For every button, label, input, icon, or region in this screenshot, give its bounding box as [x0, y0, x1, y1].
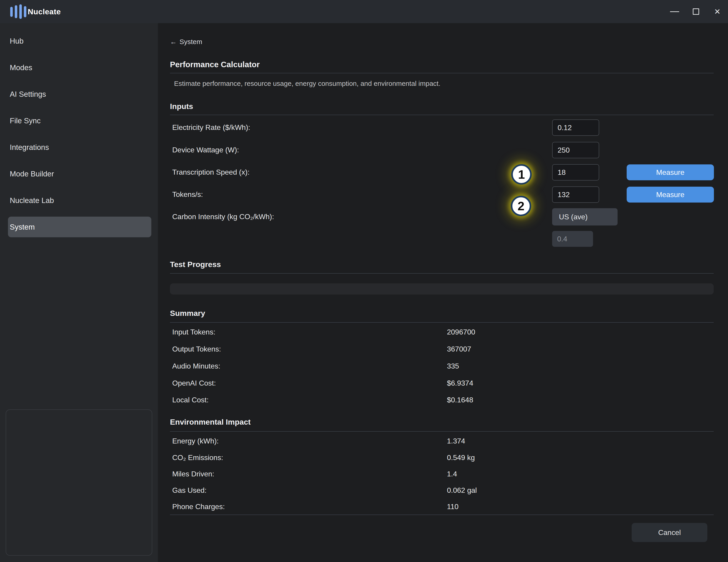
sidebar-item-nucleate-lab[interactable]: Nucleate Lab: [8, 190, 151, 211]
sidebar: Hub Modes AI Settings File Sync Integrat…: [0, 23, 158, 562]
divider: [170, 73, 714, 73]
input-tokens-label: Input Tokens:: [172, 328, 215, 336]
carbon-intensity-label: Carbon Intensity (kg CO₂/kWh):: [172, 213, 274, 221]
page-title: Performance Calculator: [170, 60, 260, 69]
co2-emissions-label: CO₂ Emissions:: [172, 453, 223, 462]
inputs-heading: Inputs: [170, 102, 193, 111]
close-icon: ✕: [714, 8, 721, 15]
sidebar-item-label: Nucleate Lab: [10, 196, 54, 205]
openai-cost-value: $6.9374: [447, 379, 473, 387]
co2-emissions-value: 0.549 kg: [447, 453, 475, 462]
app-window: Nucleate ✕ Hub Modes AI Settings File Sy…: [0, 0, 728, 562]
phone-charges-value: 110: [447, 502, 459, 511]
summary-heading: Summary: [170, 309, 205, 318]
tokens-per-second-input[interactable]: [552, 187, 599, 203]
local-cost-label: Local Cost:: [172, 396, 209, 404]
carbon-intensity-select[interactable]: US (ave): [552, 208, 618, 226]
nucleate-logo-icon: [10, 0, 28, 23]
maximize-button[interactable]: [685, 0, 707, 23]
sidebar-item-label: AI Settings: [10, 90, 46, 99]
carbon-intensity-selected-value: US (ave): [559, 213, 588, 221]
electricity-rate-input[interactable]: [552, 120, 599, 136]
sidebar-item-label: System: [10, 223, 35, 232]
sidebar-nav: Hub Modes AI Settings File Sync Integrat…: [0, 23, 158, 237]
annotation-marker-2: 2: [511, 196, 531, 216]
miles-driven-value: 1.4: [447, 470, 457, 478]
sidebar-item-label: Modes: [10, 63, 32, 72]
audio-minutes-label: Audio Minutes:: [172, 362, 220, 370]
openai-cost-label: OpenAI Cost:: [172, 379, 216, 387]
gas-used-label: Gas Used:: [172, 486, 207, 495]
back-arrow-icon: ←: [170, 38, 177, 46]
titlebar: Nucleate ✕: [0, 0, 728, 23]
test-progress-heading: Test Progress: [170, 260, 221, 269]
sidebar-item-integrations[interactable]: Integrations: [8, 137, 151, 158]
tokens-per-second-label: Tokens/s:: [172, 190, 203, 199]
device-wattage-input[interactable]: [552, 142, 599, 158]
environmental-impact-heading: Environmental Impact: [170, 417, 251, 426]
divider: [170, 115, 714, 115]
divider: [170, 431, 714, 432]
sidebar-item-ai-settings[interactable]: AI Settings: [8, 84, 151, 105]
device-wattage-label: Device Wattage (W):: [172, 146, 239, 154]
close-button[interactable]: ✕: [707, 0, 728, 23]
electricity-rate-label: Electricity Rate ($/kWh):: [172, 123, 250, 132]
test-progress-bar: [170, 283, 714, 294]
sidebar-item-label: File Sync: [10, 117, 41, 125]
sidebar-item-file-sync[interactable]: File Sync: [8, 110, 151, 131]
measure-transcription-button[interactable]: Measure: [627, 164, 714, 180]
minimize-button[interactable]: [664, 0, 685, 23]
sidebar-empty-panel: [6, 409, 152, 556]
divider: [170, 515, 714, 515]
cancel-button[interactable]: Cancel: [632, 523, 707, 542]
gas-used-value: 0.062 gal: [447, 486, 477, 495]
input-tokens-value: 2096700: [447, 328, 475, 336]
divider: [170, 273, 714, 274]
output-tokens-label: Output Tokens:: [172, 345, 221, 353]
page-description: Estimate performance, resource usage, en…: [174, 80, 440, 87]
main-content: ← System Performance Calculator Estimate…: [158, 23, 728, 562]
miles-driven-label: Miles Driven:: [172, 470, 214, 478]
transcription-speed-input[interactable]: [552, 164, 599, 181]
sidebar-item-hub[interactable]: Hub: [8, 31, 151, 51]
measure-tokens-button[interactable]: Measure: [627, 187, 714, 203]
sidebar-item-modes[interactable]: Modes: [8, 57, 151, 78]
sidebar-item-system[interactable]: System: [8, 217, 151, 237]
app-title: Nucleate: [28, 0, 61, 23]
sidebar-item-label: Hub: [10, 37, 24, 45]
audio-minutes-value: 335: [447, 362, 459, 370]
carbon-intensity-manual-input[interactable]: [552, 231, 593, 247]
divider: [170, 322, 714, 323]
sidebar-item-label: Integrations: [10, 143, 49, 152]
sidebar-item-label: Mode Builder: [10, 170, 54, 178]
output-tokens-value: 367007: [447, 345, 471, 353]
breadcrumb[interactable]: ← System: [170, 38, 202, 46]
window-controls: ✕: [664, 0, 728, 23]
sidebar-item-mode-builder[interactable]: Mode Builder: [8, 164, 151, 184]
energy-label: Energy (kWh):: [172, 437, 219, 445]
minimize-icon: [670, 11, 679, 12]
breadcrumb-label: System: [180, 38, 202, 46]
maximize-icon: [693, 8, 699, 15]
transcription-speed-label: Transcription Speed (x):: [172, 168, 249, 177]
local-cost-value: $0.1648: [447, 396, 473, 404]
annotation-marker-1: 1: [511, 164, 532, 185]
phone-charges-label: Phone Charges:: [172, 502, 225, 511]
energy-value: 1.374: [447, 437, 465, 445]
